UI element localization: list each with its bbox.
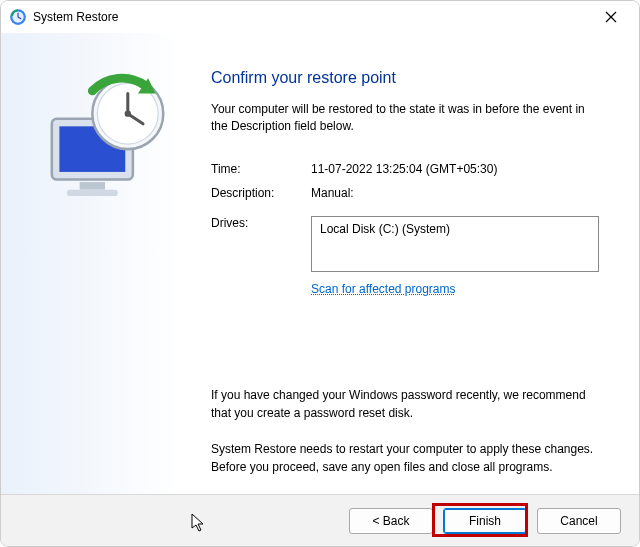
sidebar [1,33,181,494]
scan-affected-programs-link[interactable]: Scan for affected programs [311,282,456,296]
close-button[interactable] [591,3,631,31]
back-button[interactable]: < Back [349,508,433,534]
wizard-body: Confirm your restore point Your computer… [1,33,639,494]
titlebar: System Restore [1,1,639,33]
window-title: System Restore [33,10,591,24]
notes: If you have changed your Windows passwor… [211,386,599,476]
svg-rect-6 [67,190,118,196]
time-label: Time: [211,162,311,176]
page-heading: Confirm your restore point [211,69,599,87]
system-restore-window: System Restore [0,0,640,547]
footer: < Back Finish Cancel [1,494,639,546]
cursor-icon [191,513,207,533]
finish-button[interactable]: Finish [443,508,527,534]
close-icon [605,11,617,23]
description-row: Description: Manual: [211,186,599,200]
system-restore-icon [9,8,27,26]
intro-text: Your computer will be restored to the st… [211,101,599,136]
content-area: Confirm your restore point Your computer… [181,33,639,494]
time-row: Time: 11-07-2022 13:25:04 (GMT+05:30) [211,162,599,176]
description-label: Description: [211,186,311,200]
drives-label: Drives: [211,216,311,272]
svg-point-9 [125,111,131,117]
cancel-button[interactable]: Cancel [537,508,621,534]
description-value: Manual: [311,186,599,200]
password-note: If you have changed your Windows passwor… [211,386,599,422]
drives-list[interactable]: Local Disk (C:) (System) [311,216,599,272]
time-value: 11-07-2022 13:25:04 (GMT+05:30) [311,162,599,176]
svg-rect-5 [80,182,105,190]
restore-graphic-icon [29,204,181,218]
restart-note: System Restore needs to restart your com… [211,440,599,476]
drives-row: Drives: Local Disk (C:) (System) [211,216,599,272]
